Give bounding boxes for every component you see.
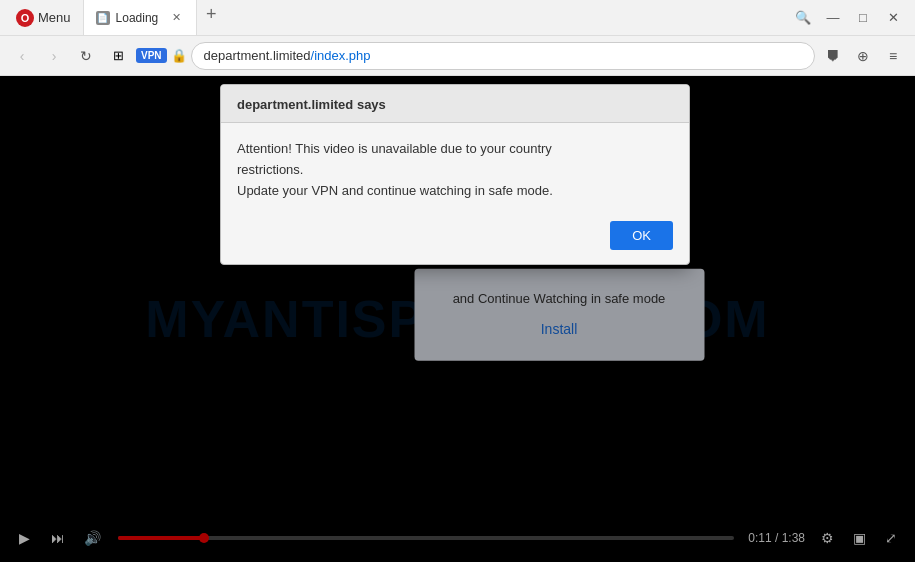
maximize-button[interactable]: □	[849, 4, 877, 32]
addressbar: ‹ › ↻ ⊞ VPN 🔒 department.limited/index.p…	[0, 36, 915, 76]
ok-button[interactable]: OK	[610, 221, 673, 250]
address-bar[interactable]: department.limited/index.php	[191, 42, 815, 70]
lock-icon: 🔒	[171, 48, 187, 63]
reload-button[interactable]: ↻	[72, 42, 100, 70]
url-domain: department.limited	[204, 48, 311, 63]
tab-title: Loading	[116, 11, 159, 25]
toolbar-icons: ⛊ ⊕ ≡	[819, 42, 907, 70]
alert-line1: Attention! This video is unavailable due…	[237, 141, 552, 156]
titlebar: O Menu 📄 Loading ✕ + 🔍 — □ ✕	[0, 0, 915, 36]
browser-menu-button[interactable]: ≡	[879, 42, 907, 70]
new-tab-button[interactable]: +	[197, 0, 225, 28]
window-controls: 🔍 — □ ✕	[789, 4, 907, 32]
alert-footer: OK	[221, 213, 689, 264]
extensions-button[interactable]: ⊕	[849, 42, 877, 70]
search-window-button[interactable]: 🔍	[789, 4, 817, 32]
tab-favicon: 📄	[96, 11, 110, 25]
alert-line2: restrictions.	[237, 162, 303, 177]
opera-logo: O	[16, 9, 34, 27]
shield-button[interactable]: ⛊	[819, 42, 847, 70]
vpn-badge[interactable]: VPN	[136, 48, 167, 63]
alert-overlay: department.limited says Attention! This …	[0, 76, 915, 562]
speed-dial-button[interactable]: ⊞	[104, 42, 132, 70]
back-button[interactable]: ‹	[8, 42, 36, 70]
alert-header: department.limited says	[221, 85, 689, 123]
tabs-container: 📄 Loading ✕ +	[83, 0, 785, 35]
url-path: /index.php	[311, 48, 371, 63]
menu-label: Menu	[38, 10, 71, 25]
alert-dialog: department.limited says Attention! This …	[220, 84, 690, 265]
alert-line3: Update your VPN and continue watching in…	[237, 183, 553, 198]
browser-content: MYANTISPYWARE.COM and Continue Watching …	[0, 76, 915, 562]
close-button[interactable]: ✕	[879, 4, 907, 32]
menu-button[interactable]: O Menu	[8, 5, 79, 31]
active-tab[interactable]: 📄 Loading ✕	[83, 0, 198, 35]
forward-button[interactable]: ›	[40, 42, 68, 70]
tab-close-button[interactable]: ✕	[168, 10, 184, 26]
minimize-button[interactable]: —	[819, 4, 847, 32]
alert-body: Attention! This video is unavailable due…	[221, 123, 689, 213]
